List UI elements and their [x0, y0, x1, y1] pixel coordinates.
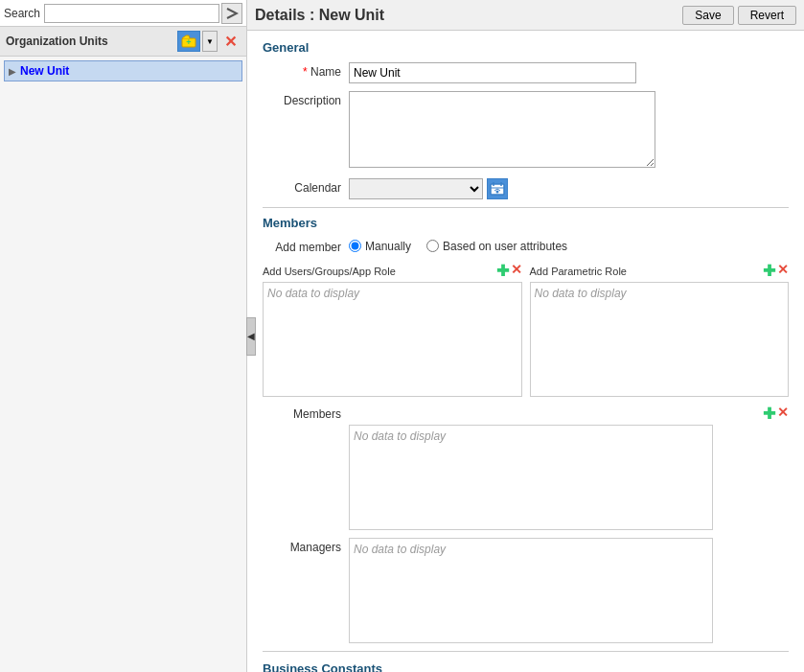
members-title: Members — [263, 216, 789, 230]
search-label: Search — [4, 7, 40, 20]
users-table-actions: ✚ ✕ — [496, 262, 522, 280]
managers-no-data: No data to display — [354, 543, 446, 556]
section-divider — [263, 207, 789, 208]
parametric-table-actions: ✚ ✕ — [763, 262, 789, 280]
calendar-icon-button[interactable] — [487, 178, 508, 199]
org-units-header: Organization Units + ▼ ✕ — [0, 27, 246, 57]
tree-item-label: New Unit — [20, 64, 69, 78]
users-table-body: No data to display — [263, 282, 522, 397]
toolbar: Details : New Unit Save Revert — [247, 0, 804, 31]
remove-member-button[interactable]: ✕ — [777, 405, 789, 423]
required-star: * — [303, 65, 308, 79]
parametric-role-section: Add Parametric Role ✚ ✕ No data to displ… — [530, 262, 790, 397]
svg-text:+: + — [186, 37, 191, 47]
managers-row-label: Managers — [263, 538, 349, 554]
chevron-down-icon: ▼ — [206, 37, 214, 46]
calendar-icon — [490, 181, 505, 197]
revert-button[interactable]: Revert — [738, 6, 796, 25]
add-parametric-button[interactable]: ✚ — [763, 262, 775, 280]
members-row-label: Members — [263, 405, 349, 421]
dropdown-button[interactable]: ▼ — [202, 31, 218, 52]
add-member-button[interactable]: ✚ — [763, 405, 775, 423]
section-divider-2 — [263, 651, 789, 652]
calendar-select[interactable] — [349, 178, 483, 199]
manually-radio-label[interactable]: Manually — [349, 240, 411, 253]
users-groups-section: Add Users/Groups/App Role ✚ ✕ No data to… — [263, 262, 522, 397]
general-title: General — [263, 40, 789, 55]
toolbar-buttons: Save Revert — [682, 6, 796, 25]
add-org-unit-button[interactable]: + — [177, 31, 200, 52]
members-table-body: No data to display — [349, 425, 713, 530]
members-no-data: No data to display — [354, 429, 446, 443]
search-bar: Search — [0, 0, 246, 27]
description-label: Description — [263, 91, 349, 107]
calendar-label: Calendar — [263, 178, 349, 195]
add-member-label: Add member — [263, 238, 349, 254]
add-member-row: Add member Manually Based on user attrib… — [263, 238, 789, 254]
manually-label: Manually — [365, 240, 411, 253]
add-users-label: Add Users/Groups/App Role — [263, 266, 396, 277]
members-actions: ✚ ✕ — [349, 405, 789, 423]
name-row: * Name — [263, 62, 789, 83]
tree-arrow-icon: ▶ — [9, 66, 20, 77]
name-field-wrapper — [349, 62, 789, 83]
arrow-right-icon — [225, 7, 239, 20]
list-item[interactable]: ▶ New Unit — [4, 60, 242, 81]
save-button[interactable]: Save — [682, 6, 733, 25]
name-label: * Name — [263, 62, 349, 79]
description-field-wrapper — [349, 91, 789, 171]
parametric-no-data: No data to display — [535, 287, 627, 300]
members-section: Members Add member Manually Based on use… — [263, 216, 789, 643]
users-no-data: No data to display — [267, 287, 359, 300]
sidebar: Search Organization Units + — [0, 0, 247, 672]
managers-labeled-row: Managers No data to display — [263, 538, 789, 643]
name-label-text: Name — [310, 65, 341, 79]
search-button[interactable] — [221, 3, 242, 24]
header-actions: + ▼ ✕ — [177, 31, 241, 52]
members-table-wrapper: ✚ ✕ No data to display — [349, 405, 789, 530]
delete-button[interactable]: ✕ — [219, 31, 241, 52]
business-constants-title: Business Constants — [263, 661, 789, 672]
calendar-wrapper — [349, 178, 789, 199]
org-units-title: Organization Units — [6, 35, 108, 48]
add-folder-icon: + — [181, 34, 196, 49]
add-users-button[interactable]: ✚ — [496, 262, 509, 280]
based-on-label: Based on user attributes — [443, 240, 567, 253]
add-parametric-label: Add Parametric Role — [530, 266, 628, 277]
collapse-handle[interactable]: ◀ — [246, 317, 256, 356]
search-input[interactable] — [44, 4, 219, 23]
remove-users-button[interactable]: ✕ — [511, 262, 522, 280]
managers-table-wrapper: No data to display — [349, 538, 789, 643]
tree-area: ▶ New Unit — [0, 57, 246, 672]
general-section: General * Name Description — [263, 40, 789, 199]
business-constants-section: Business Constants ✚ ✕ Name Default Valu… — [263, 661, 789, 672]
users-table-header: Add Users/Groups/App Role ✚ ✕ — [263, 262, 522, 280]
managers-table-body: No data to display — [349, 538, 713, 643]
svg-point-6 — [496, 191, 499, 194]
main-content: Details : New Unit Save Revert General *… — [247, 0, 804, 672]
based-on-radio[interactable] — [426, 240, 439, 252]
parametric-table-body: No data to display — [530, 282, 790, 397]
remove-parametric-button[interactable]: ✕ — [777, 262, 789, 280]
manually-radio[interactable] — [349, 240, 361, 252]
members-tables: Add Users/Groups/App Role ✚ ✕ No data to… — [263, 262, 789, 397]
parametric-table-header: Add Parametric Role ✚ ✕ — [530, 262, 790, 280]
members-labeled-row: Members ✚ ✕ No data to display — [263, 405, 789, 530]
page-title: Details : New Unit — [255, 7, 384, 24]
calendar-row: Calendar — [263, 178, 789, 199]
name-field[interactable] — [349, 62, 636, 83]
form-area: General * Name Description — [247, 31, 804, 672]
description-row: Description — [263, 91, 789, 171]
based-on-radio-label[interactable]: Based on user attributes — [426, 240, 567, 253]
radio-group: Manually Based on user attributes — [349, 240, 567, 253]
delete-icon: ✕ — [224, 33, 237, 51]
description-field[interactable] — [349, 91, 655, 168]
